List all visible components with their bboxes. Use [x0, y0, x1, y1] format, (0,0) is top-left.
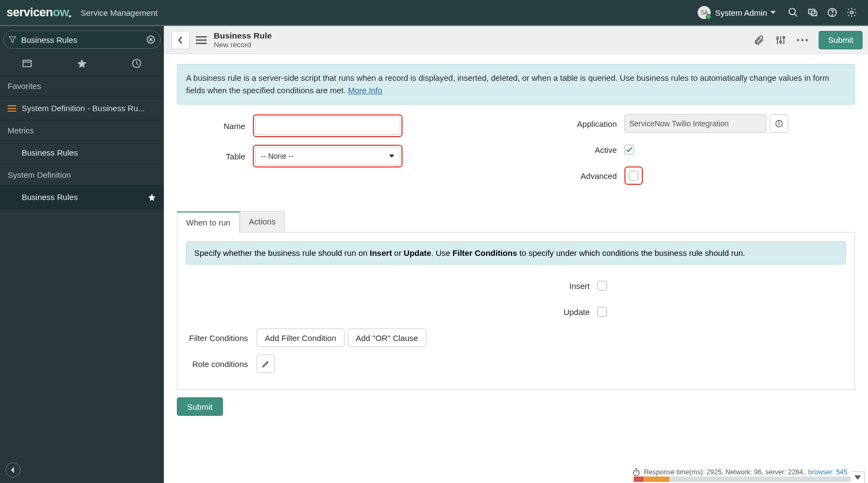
- table-label: Table: [177, 152, 253, 161]
- attachments-icon[interactable]: [750, 35, 768, 46]
- nav-tabs: [0, 51, 164, 76]
- insert-checkbox[interactable]: [597, 281, 607, 291]
- name-label: Name: [177, 121, 253, 131]
- nav-fav-item[interactable]: System Definition - Business Ru...: [0, 96, 164, 120]
- svg-rect-8: [23, 60, 31, 67]
- svg-point-23: [801, 39, 803, 41]
- nav-fav-item-label: System Definition - Business Ru...: [22, 104, 145, 113]
- table-select-value: -- None --: [261, 152, 293, 160]
- edit-role-conditions-icon[interactable]: [257, 355, 275, 373]
- submit-button[interactable]: Submit: [819, 31, 863, 49]
- list-icon: [8, 105, 16, 112]
- active-label: Active: [527, 145, 624, 154]
- application-info-icon[interactable]: [770, 114, 788, 133]
- form-info-banner: A business rule is a server-side script …: [177, 64, 855, 105]
- back-button[interactable]: [171, 31, 190, 49]
- svg-point-27: [778, 121, 779, 122]
- nav-section-sysdef[interactable]: System Definition: [0, 165, 164, 185]
- nav-collapse-icon[interactable]: [5, 462, 21, 478]
- form-body: A business rule is a server-side script …: [164, 54, 868, 483]
- timing-expand-icon[interactable]: [851, 471, 865, 483]
- application-label: Application: [527, 119, 624, 128]
- submit-button-lower[interactable]: Submit: [177, 397, 223, 416]
- nav-filter: [3, 30, 161, 49]
- chevron-down-icon: [389, 154, 394, 158]
- svg-point-6: [851, 11, 853, 14]
- hint-mid2: . Use: [431, 248, 452, 257]
- svg-point-24: [806, 39, 808, 41]
- nav-tab-favorites-icon[interactable]: [55, 51, 110, 75]
- stopwatch-icon: [632, 468, 641, 476]
- user-name[interactable]: System Admin: [715, 8, 767, 17]
- svg-rect-3: [812, 11, 817, 16]
- update-checkbox[interactable]: [597, 307, 607, 317]
- timing-bar-browser: [643, 476, 669, 482]
- nav-section-favorites[interactable]: Favorites: [0, 76, 164, 96]
- name-highlight: [253, 114, 403, 137]
- tab-actions[interactable]: Actions: [240, 211, 285, 232]
- personalize-form-icon[interactable]: [772, 35, 789, 46]
- name-input[interactable]: [255, 117, 400, 135]
- help-icon[interactable]: [822, 3, 842, 22]
- svg-point-22: [797, 39, 799, 41]
- more-options-icon[interactable]: [794, 38, 811, 42]
- info-text: A business rule is a server-side script …: [186, 73, 829, 95]
- update-label: Update: [516, 307, 597, 317]
- favorite-star-icon[interactable]: [148, 193, 156, 202]
- application-input: [624, 114, 767, 133]
- svg-point-5: [832, 15, 832, 15]
- role-conditions-label: Role conditions: [186, 359, 257, 369]
- chat-icon[interactable]: [803, 3, 822, 22]
- insert-label: Insert: [516, 281, 597, 291]
- user-menu-caret-icon[interactable]: [770, 11, 776, 14]
- avatar[interactable]: SA: [698, 6, 711, 19]
- svg-point-28: [634, 470, 640, 476]
- hint-insert: Insert: [370, 248, 392, 257]
- response-timing: Response time(ms): 2925, Network: 96, se…: [632, 468, 847, 476]
- nav-filter-input[interactable]: [21, 35, 146, 44]
- global-banner: servicenow Service Management SA System …: [0, 0, 868, 26]
- form-tabs: When to run Actions: [177, 211, 855, 233]
- filter-icon: [8, 35, 17, 44]
- logo-text-accent: ow: [53, 5, 69, 20]
- active-checkbox[interactable]: [624, 145, 634, 154]
- table-highlight: -- None --: [253, 145, 403, 168]
- advanced-checkbox[interactable]: [629, 171, 639, 181]
- form-header: Business Rule New record Submit: [164, 26, 868, 54]
- nav-tab-history-icon[interactable]: [109, 51, 164, 75]
- hint-filter: Filter Conditions: [452, 248, 517, 257]
- settings-gear-icon[interactable]: [842, 3, 861, 22]
- svg-point-0: [789, 9, 796, 15]
- hint-post: to specify under which conditions the bu…: [517, 248, 745, 257]
- hint-update: Update: [404, 248, 431, 257]
- tab-panel-when: Specify whether the business rule should…: [177, 233, 855, 390]
- nav-filter-clear-icon[interactable]: [146, 35, 156, 44]
- nav-item-label: Business Rules: [22, 148, 78, 157]
- nav-tab-all-apps-icon[interactable]: [0, 51, 55, 75]
- form-subtitle: New record: [214, 41, 272, 49]
- form-context-menu-icon[interactable]: [194, 36, 208, 44]
- nav-section-metrics[interactable]: Metrics: [0, 120, 164, 141]
- logo-text: servicen: [7, 5, 53, 20]
- nav-item-label: Business Rules: [22, 192, 78, 202]
- more-info-link[interactable]: More Info: [348, 86, 382, 95]
- add-or-clause-button[interactable]: Add "OR" Clause: [348, 329, 426, 347]
- svg-point-21: [783, 36, 784, 38]
- advanced-label: Advanced: [527, 171, 624, 181]
- form-title: Business Rule: [214, 31, 272, 41]
- add-filter-condition-button[interactable]: Add Filter Condition: [257, 329, 344, 347]
- tab-when-to-run[interactable]: When to run: [177, 211, 240, 233]
- table-select[interactable]: -- None --: [255, 147, 400, 165]
- timing-bar: [634, 476, 851, 482]
- product-logo[interactable]: servicenow: [7, 5, 73, 20]
- product-subtitle: Service Management: [81, 8, 158, 17]
- advanced-highlight: [624, 166, 643, 185]
- nav-metrics-business-rules[interactable]: Business Rules: [0, 141, 164, 165]
- svg-point-17: [777, 37, 778, 39]
- global-search-icon[interactable]: [783, 3, 803, 22]
- nav-sysdef-business-rules[interactable]: Business Rules: [0, 185, 164, 209]
- when-hint: Specify whether the business rule should…: [186, 241, 846, 265]
- filter-conditions-label: Filter Conditions: [186, 333, 257, 343]
- hint-mid1: or: [392, 248, 404, 257]
- timing-browser-link[interactable]: browser: 545: [808, 468, 847, 476]
